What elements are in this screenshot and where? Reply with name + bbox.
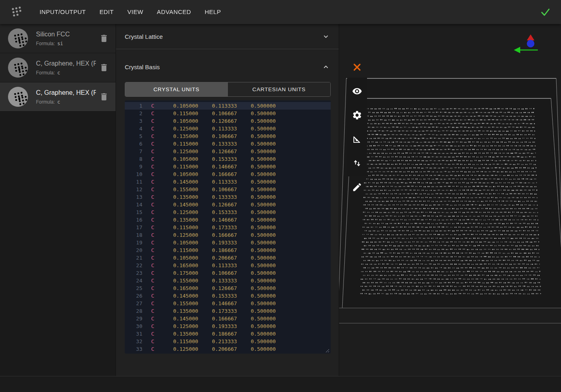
basis-row[interactable]: 2C0.1150000.1066670.500000 (125, 110, 331, 117)
basis-row[interactable]: 4C0.1250000.1133330.500000 (125, 125, 331, 132)
basis-cell-z: 0.500000 (251, 246, 274, 254)
chevron-up-icon[interactable] (321, 62, 330, 71)
material-text: C, Graphene, HEX (P Formula: c (36, 89, 96, 105)
basis-cell-x: 0.135000 (173, 330, 196, 338)
basis-row[interactable]: 11C0.1450000.1133330.500000 (125, 178, 331, 186)
basis-row[interactable]: 33C0.1250000.2066670.500000 (125, 345, 331, 353)
basis-cell-x: 0.135000 (173, 307, 196, 315)
basis-cell-y: 0.133333 (212, 277, 235, 284)
basis-row[interactable]: 27C0.1550000.1466670.500000 (125, 300, 331, 307)
visibility-button[interactable] (352, 86, 362, 96)
basis-row[interactable]: 3C0.1050000.1266670.500000 (125, 117, 331, 125)
basis-row[interactable]: 12C0.1550000.1066670.500000 (125, 186, 331, 193)
viewer-3d (339, 24, 561, 376)
basis-row[interactable]: 28C0.1350000.1733330.500000 (125, 307, 331, 315)
basis-cell-e: C (151, 170, 158, 178)
edit-pencil-button[interactable] (352, 182, 362, 192)
basis-cell-x: 0.125000 (173, 148, 196, 155)
basis-row[interactable]: 18C0.1250000.1666670.500000 (125, 231, 331, 239)
basis-cell-n: 12 (125, 186, 142, 193)
menu-item-help[interactable]: HELP (198, 0, 228, 24)
main-menu: INPUT/OUTPUTEDITVIEWADVANCEDHELP (33, 0, 228, 24)
basis-cell-n: 19 (125, 239, 142, 246)
basis-cell-n: 1 (125, 102, 142, 110)
formula-value: c (57, 70, 60, 76)
basis-cell-x: 0.125000 (173, 322, 196, 330)
basis-row[interactable]: 20C0.1150000.1866670.500000 (125, 246, 331, 254)
basis-cell-e: C (151, 102, 158, 110)
basis-row[interactable]: 22C0.1650000.1133330.500000 (125, 262, 331, 269)
basis-cell-e: C (151, 163, 158, 170)
settings-button[interactable] (352, 110, 362, 120)
basis-cell-y: 0.173333 (212, 307, 235, 315)
basis-row[interactable]: 23C0.1750000.1066670.500000 (125, 269, 331, 277)
basis-cell-x: 0.125000 (173, 345, 196, 353)
basis-row[interactable]: 15C0.1250000.1533330.500000 (125, 208, 331, 216)
basis-cell-n: 6 (125, 140, 142, 148)
accept-check-icon[interactable] (539, 5, 552, 19)
basis-cell-n: 5 (125, 132, 142, 140)
basis-cell-z: 0.500000 (251, 132, 274, 140)
basis-cell-x: 0.115000 (173, 338, 196, 345)
basis-row[interactable]: 1C0.1050000.1133330.500000 (125, 102, 331, 110)
basis-cell-z: 0.500000 (251, 254, 274, 262)
basis-row[interactable]: 14C0.1450000.1266670.500000 (125, 201, 331, 208)
close-viewer-button[interactable] (352, 62, 362, 72)
material-list-item[interactable]: C, Graphene, HEX (P Formula: c (0, 53, 116, 82)
delete-material-button[interactable] (99, 34, 109, 43)
menu-item-view[interactable]: VIEW (120, 0, 150, 24)
structure-editor-panel: Crystal Lattice Crystal Basis CRYSTAL UN… (116, 24, 339, 376)
basis-cell-e: C (151, 110, 158, 117)
measure-button[interactable] (352, 134, 362, 144)
basis-cell-n: 24 (125, 277, 142, 284)
delete-material-button[interactable] (99, 63, 109, 72)
resize-grip[interactable] (325, 348, 329, 353)
basis-row[interactable]: 10C0.1050000.1666670.500000 (125, 170, 331, 178)
menu-item-advanced[interactable]: ADVANCED (150, 0, 198, 24)
app-logo-icon[interactable] (10, 6, 22, 18)
basis-cell-z: 0.500000 (251, 163, 274, 170)
basis-row[interactable]: 13C0.1350000.1333330.500000 (125, 193, 331, 201)
basis-row[interactable]: 19C0.1050000.1933330.500000 (125, 239, 331, 246)
section-crystal-lattice[interactable]: Crystal Lattice (116, 24, 339, 49)
section-crystal-basis[interactable]: Crystal Basis (116, 49, 339, 80)
basis-row[interactable]: 32C0.1150000.2133330.500000 (125, 338, 331, 345)
basis-cell-z: 0.500000 (251, 262, 274, 269)
basis-cell-y: 0.146667 (212, 163, 235, 170)
basis-row[interactable]: 16C0.1350000.1466670.500000 (125, 216, 331, 224)
material-list-item[interactable]: C, Graphene, HEX (P Formula: c (0, 82, 116, 112)
chevron-down-icon[interactable] (321, 32, 330, 41)
basis-cell-y: 0.193333 (212, 239, 235, 246)
basis-cell-e: C (151, 292, 158, 300)
basis-cell-y: 0.106667 (212, 110, 235, 117)
basis-row[interactable]: 21C0.1050000.2066670.500000 (125, 254, 331, 262)
basis-row[interactable]: 9C0.1150000.1466670.500000 (125, 163, 331, 170)
delete-material-button[interactable] (99, 92, 109, 102)
basis-row[interactable]: 25C0.1650000.1266670.500000 (125, 284, 331, 292)
basis-cell-n: 15 (125, 208, 142, 216)
basis-row[interactable]: 8C0.1050000.1533330.500000 (125, 155, 331, 163)
basis-row[interactable]: 24C0.1550000.1333330.500000 (125, 277, 331, 284)
basis-row[interactable]: 5C0.1350000.1066670.500000 (125, 132, 331, 140)
basis-row[interactable]: 30C0.1250000.1933330.500000 (125, 322, 331, 330)
basis-cell-e: C (151, 201, 158, 208)
swap-vert-button[interactable] (352, 158, 362, 168)
basis-row[interactable]: 6C0.1150000.1333330.500000 (125, 140, 331, 148)
material-list-item[interactable]: Silicon FCC Formula: si (0, 24, 116, 53)
tab-cartesian-units[interactable]: CARTESIAN UNITS (228, 82, 331, 96)
tab-crystal-units[interactable]: CRYSTAL UNITS (125, 82, 228, 96)
menu-item-edit[interactable]: EDIT (93, 0, 121, 24)
menu-item-input-output[interactable]: INPUT/OUTPUT (33, 0, 93, 24)
basis-row[interactable]: 17C0.1150000.1733330.500000 (125, 224, 331, 231)
basis-row[interactable]: 26C0.1450000.1533330.500000 (125, 292, 331, 300)
basis-cell-x: 0.155000 (173, 300, 196, 307)
basis-cell-z: 0.500000 (251, 216, 274, 224)
basis-row[interactable]: 7C0.1250000.1266670.500000 (125, 148, 331, 155)
basis-coordinates-editor[interactable]: 1C0.1050000.1133330.5000002C0.1150000.10… (125, 100, 331, 354)
basis-cell-z: 0.500000 (251, 125, 274, 132)
basis-row[interactable]: 31C0.1350000.1866670.500000 (125, 330, 331, 338)
basis-row[interactable]: 29C0.1450000.1666670.500000 (125, 315, 331, 322)
basis-cell-z: 0.500000 (251, 277, 274, 284)
basis-cell-e: C (151, 125, 158, 132)
basis-cell-y: 0.146667 (212, 216, 235, 224)
